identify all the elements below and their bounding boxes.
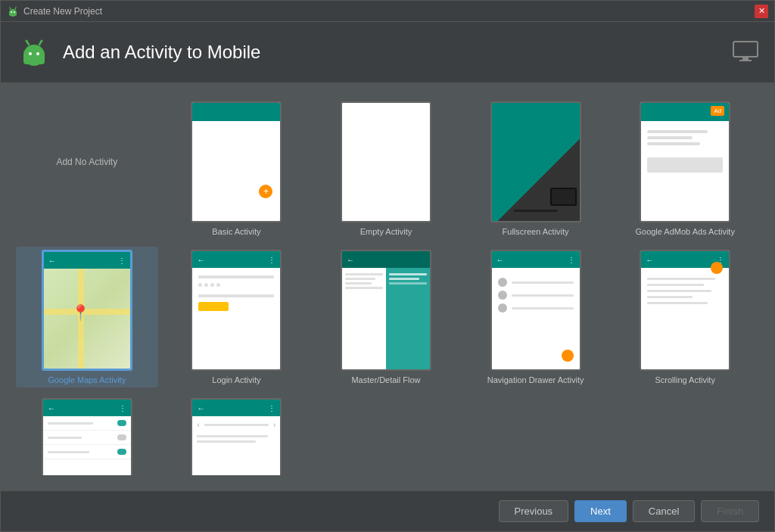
- dot2: [204, 283, 208, 287]
- svg-point-8: [29, 52, 32, 55]
- settings-row2: [43, 431, 131, 445]
- nav2-bar: ← ⋮: [192, 400, 280, 416]
- fullscreen-activity-preview: [490, 101, 581, 222]
- finish-button[interactable]: Finish: [701, 500, 759, 522]
- login-activity-preview: ← ⋮: [191, 250, 282, 371]
- nav-circle3: [498, 303, 507, 313]
- login-bar: ← ⋮: [192, 251, 280, 268]
- admob-lines: [641, 121, 729, 154]
- maps-activity-preview: ← ⋮ 📍: [42, 250, 132, 371]
- maps-dots-icon: ⋮: [118, 257, 126, 265]
- nav2-back-icon: ←: [197, 404, 204, 412]
- settings-line1: [48, 422, 93, 425]
- basic-activity-preview: +: [191, 101, 282, 222]
- admob-top-bar: Ad: [641, 103, 729, 121]
- settings-bar: ← ⋮: [43, 400, 131, 416]
- master-right: [386, 268, 430, 369]
- nav-fab: [562, 350, 574, 362]
- dialog-title: Add an Activity to Mobile: [63, 42, 260, 63]
- empty-activity-preview: [341, 101, 431, 222]
- empty-activity-label: Empty Activity: [360, 227, 412, 236]
- android-small-icon: [7, 5, 19, 17]
- settings-row3: [43, 445, 131, 459]
- activity-item-add-no-activity[interactable]: Add No Activity: [16, 98, 158, 239]
- nav-back-icon: ←: [496, 256, 504, 264]
- activity-grid: Add No Activity + Basic Activity Empty A…: [16, 98, 759, 475]
- settings-back-icon: ←: [48, 404, 55, 412]
- admob-banner: [647, 157, 723, 173]
- nav-row1: [498, 278, 574, 287]
- activity-item-settings[interactable]: ← ⋮: [16, 395, 158, 475]
- svg-rect-1: [9, 11, 17, 16]
- scroll-activity-label: Scrolling Activity: [655, 375, 714, 384]
- login-field1: [198, 275, 274, 278]
- add-no-activity-preview: Add No Activity: [42, 101, 132, 222]
- svg-point-2: [11, 11, 12, 13]
- nav2-dots-icon: ⋮: [268, 404, 275, 412]
- basic-activity-label: Basic Activity: [212, 227, 260, 236]
- window-title: Create New Project: [23, 6, 102, 17]
- dot4: [216, 283, 220, 287]
- android-logo: [16, 34, 52, 70]
- nav-circle1: [498, 278, 507, 287]
- main-area: Add No Activity + Basic Activity Empty A…: [1, 83, 774, 490]
- svg-rect-16: [739, 60, 752, 61]
- activity-item-basic[interactable]: + Basic Activity: [166, 98, 308, 239]
- scroll-activity-preview: ← ⋮: [640, 250, 730, 371]
- basic-preview-fab: +: [259, 185, 272, 198]
- settings-line2: [48, 437, 82, 439]
- nav-activity-preview: ← ⋮: [490, 250, 581, 371]
- activity-item-empty[interactable]: Empty Activity: [315, 98, 457, 239]
- nav2-arrow-left: ‹: [197, 421, 199, 429]
- settings-activity-preview: ← ⋮: [42, 398, 132, 475]
- activity-item-admob[interactable]: Ad Google AdMob Ads Activity: [614, 98, 756, 239]
- activity-item-master[interactable]: ←: [315, 247, 457, 387]
- settings-dots-icon: ⋮: [119, 404, 126, 412]
- admob-activity-label: Google AdMob Ads Activity: [635, 227, 734, 236]
- login-field2: [198, 294, 274, 297]
- maps-back-icon: ←: [48, 257, 56, 265]
- fullscreen-activity-label: Fullscreen Activity: [503, 227, 569, 236]
- toggle3: [117, 449, 126, 455]
- cancel-button[interactable]: Cancel: [633, 500, 695, 522]
- dot1: [198, 283, 202, 287]
- nav-circles: [492, 268, 580, 322]
- login-back-icon: ←: [197, 256, 204, 264]
- monitor-icon: [732, 40, 759, 65]
- svg-rect-15: [742, 57, 749, 60]
- settings-line3: [48, 451, 89, 453]
- close-button[interactable]: ✕: [755, 5, 768, 18]
- dialog-content: Add an Activity to Mobile Add No Activit…: [1, 22, 774, 531]
- nav-line1: [512, 282, 574, 284]
- basic-preview-bar: [192, 103, 280, 121]
- main-window: Create New Project ✕ Add an Activity to …: [0, 0, 775, 532]
- toggle2: [117, 434, 126, 440]
- settings-row1: [43, 416, 131, 431]
- admob-badge: Ad: [711, 106, 724, 116]
- login-dots-row: [198, 283, 274, 287]
- scroll-back-icon: ←: [646, 256, 653, 264]
- master-back-icon: ←: [347, 256, 354, 264]
- activity-item-nav[interactable]: ← ⋮: [465, 247, 607, 387]
- nav-circle2: [498, 291, 507, 300]
- toggle1: [117, 420, 126, 426]
- svg-rect-14: [733, 42, 758, 57]
- nav-row2: [498, 291, 574, 300]
- login-dots-icon: ⋮: [268, 256, 275, 264]
- dot3: [210, 283, 214, 287]
- activity-item-scroll[interactable]: ← ⋮ Scrolling Activity: [614, 247, 756, 387]
- svg-line-5: [15, 8, 16, 9]
- window-controls: ✕: [755, 5, 768, 18]
- next-button[interactable]: Next: [574, 500, 627, 522]
- scroll-lines: [641, 268, 729, 314]
- previous-button[interactable]: Previous: [499, 500, 569, 522]
- master-bar: ←: [342, 251, 430, 268]
- activity-item-tabbed[interactable]: ← ⋮ ‹ › Tabbed Ac: [166, 395, 308, 475]
- activity-item-login[interactable]: ← ⋮ Login Activity: [166, 247, 308, 387]
- master-activity-preview: ←: [341, 250, 431, 371]
- maps-activity-label: Google Maps Activity: [48, 375, 126, 384]
- login-activity-label: Login Activity: [212, 375, 260, 384]
- dialog-header: Add an Activity to Mobile: [1, 22, 774, 83]
- activity-item-maps[interactable]: ← ⋮ 📍 Google Maps Activ: [16, 247, 158, 387]
- activity-item-fullscreen[interactable]: Fullscreen Activity: [465, 98, 607, 239]
